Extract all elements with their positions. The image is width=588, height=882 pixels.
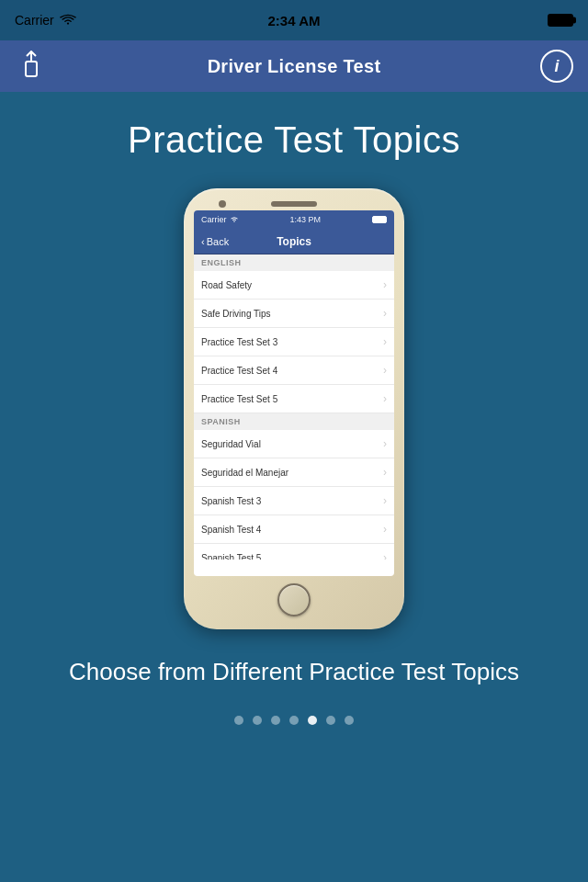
chevron-icon: › [383,466,387,479]
carrier-text: Carrier [15,13,54,28]
page-title: Practice Test Topics [128,119,460,161]
phone-speaker [271,201,317,207]
chevron-icon: › [383,364,387,377]
phone-screen: Carrier 1:43 PM ‹ Back Topics [194,210,394,576]
phone-mockup: Carrier 1:43 PM ‹ Back Topics [184,188,404,629]
list-item[interactable]: Practice Test Set 4 › [194,356,394,385]
nav-bar: Driver License Test i [0,40,588,92]
svg-rect-0 [26,62,37,76]
list-item[interactable]: Spanish Test 5 › [194,544,394,560]
list-item[interactable]: Seguridad Vial › [194,430,394,458]
inner-wifi-icon [230,216,239,223]
chevron-icon: › [383,392,387,405]
page-indicators [234,716,354,725]
list-item[interactable]: Practice Test Set 3 › [194,328,394,356]
list-item[interactable]: Spanish Test 4 › [194,515,394,544]
chevron-icon: › [383,437,387,450]
list-item[interactable]: Safe Driving Tips › [194,300,394,328]
list-item[interactable]: Road Safety › [194,271,394,300]
battery-icon [548,14,573,27]
page-indicator-4[interactable] [289,716,299,725]
list-item[interactable]: Practice Test Set 5 › [194,385,394,413]
english-section-header: ENGLISH [194,254,394,271]
share-icon [18,51,44,82]
page-indicator-2[interactable] [253,716,262,725]
inner-list: ENGLISH Road Safety › Safe Driving Tips … [194,254,394,560]
chevron-icon: › [383,307,387,320]
inner-back-label: Back [207,236,229,247]
phone-camera [219,200,226,208]
inner-nav: ‹ Back Topics [194,229,394,254]
chevron-icon: › [383,335,387,348]
inner-status-bar: Carrier 1:43 PM [194,210,394,229]
share-button[interactable] [15,50,48,83]
page-indicator-7[interactable] [345,716,354,725]
status-bar: Carrier 2:34 AM [0,0,588,40]
bottom-description: Choose from Different Practice Test Topi… [51,657,537,688]
page-indicator-6[interactable] [326,716,335,725]
wifi-icon [60,14,76,27]
status-right [548,14,573,27]
chevron-icon: › [383,551,387,560]
spanish-section-header: SPANISH [194,413,394,430]
inner-status-left: Carrier [201,215,239,224]
home-button[interactable] [277,583,311,616]
inner-carrier: Carrier [201,215,227,224]
phone-bottom [191,583,397,616]
main-content: Practice Test Topics Carrier 1:43 PM [0,92,588,882]
status-left: Carrier [15,13,76,28]
list-item[interactable]: Seguridad el Manejar › [194,458,394,487]
page-indicator-3[interactable] [271,716,280,725]
info-button[interactable]: i [540,50,573,83]
inner-battery-icon [372,216,387,223]
inner-time: 1:43 PM [289,215,321,224]
list-item[interactable]: Spanish Test 3 › [194,487,394,515]
inner-nav-title: Topics [277,235,311,248]
inner-back-button[interactable]: ‹ Back [201,236,229,247]
chevron-icon: › [383,278,387,291]
chevron-icon: › [383,523,387,536]
phone-top [191,201,397,207]
nav-title: Driver License Test [208,56,381,77]
chevron-icon: › [383,494,387,507]
page-indicator-1[interactable] [234,716,243,725]
page-indicator-5[interactable] [308,716,317,725]
status-time: 2:34 AM [268,13,321,28]
